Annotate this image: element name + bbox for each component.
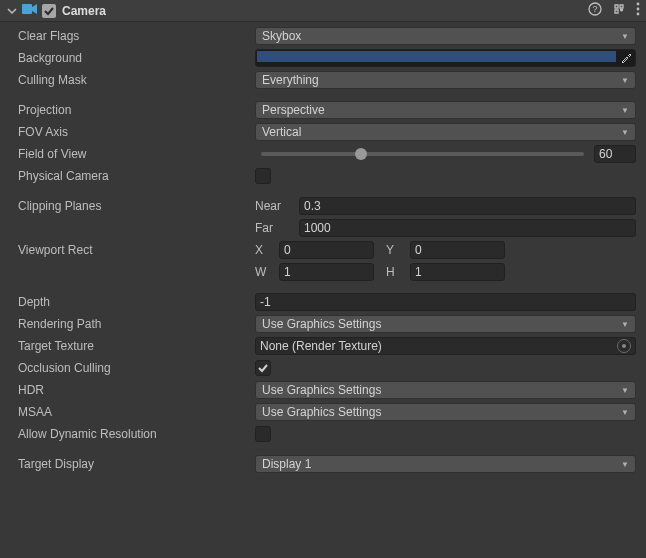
rendering-path-label: Rendering Path <box>10 317 255 331</box>
w-label: W <box>255 265 275 279</box>
chevron-down-icon: ▼ <box>621 76 629 85</box>
dropdown-value: Use Graphics Settings <box>262 383 621 397</box>
object-value: None (Render Texture) <box>260 339 617 353</box>
fov-value-field[interactable]: 60 <box>594 145 636 163</box>
fov-label: Field of View <box>10 147 255 161</box>
fov-axis-dropdown[interactable]: Vertical ▼ <box>255 123 636 141</box>
chevron-down-icon: ▼ <box>621 320 629 329</box>
x-field[interactable]: 0 <box>279 241 374 259</box>
dropdown-value: Vertical <box>262 125 621 139</box>
chevron-down-icon <box>7 6 17 16</box>
background-label: Background <box>10 51 255 65</box>
y-field[interactable]: 0 <box>410 241 505 259</box>
svg-point-4 <box>637 8 640 11</box>
object-picker-icon[interactable] <box>617 339 631 353</box>
chevron-down-icon: ▼ <box>621 386 629 395</box>
target-texture-label: Target Texture <box>10 339 255 353</box>
msaa-label: MSAA <box>10 405 255 419</box>
eyedropper-icon[interactable] <box>617 50 635 66</box>
enabled-checkbox[interactable] <box>42 4 56 18</box>
rendering-path-dropdown[interactable]: Use Graphics Settings ▼ <box>255 315 636 333</box>
culling-mask-dropdown[interactable]: Everything ▼ <box>255 71 636 89</box>
depth-field[interactable]: -1 <box>255 293 636 311</box>
allow-dynamic-resolution-label: Allow Dynamic Resolution <box>10 427 255 441</box>
chevron-down-icon: ▼ <box>621 460 629 469</box>
h-label: H <box>386 265 406 279</box>
color-swatch <box>257 51 616 62</box>
chevron-down-icon: ▼ <box>621 128 629 137</box>
clear-flags-label: Clear Flags <box>10 29 255 43</box>
w-field[interactable]: 1 <box>279 263 374 281</box>
menu-icon[interactable] <box>636 2 640 19</box>
far-label: Far <box>255 221 295 235</box>
svg-point-3 <box>637 3 640 6</box>
fov-slider[interactable] <box>261 152 584 156</box>
svg-text:?: ? <box>592 4 597 14</box>
svg-point-5 <box>637 13 640 16</box>
component-title: Camera <box>62 4 588 18</box>
checkmark-icon <box>43 5 55 17</box>
fov-axis-label: FOV Axis <box>10 125 255 139</box>
target-texture-field[interactable]: None (Render Texture) <box>255 337 636 355</box>
hdr-dropdown[interactable]: Use Graphics Settings ▼ <box>255 381 636 399</box>
foldout-toggle[interactable] <box>6 5 18 17</box>
svg-rect-0 <box>22 4 32 14</box>
background-color-field[interactable] <box>255 49 636 67</box>
dropdown-value: Use Graphics Settings <box>262 317 621 331</box>
clear-flags-dropdown[interactable]: Skybox ▼ <box>255 27 636 45</box>
presets-icon[interactable] <box>612 2 626 19</box>
chevron-down-icon: ▼ <box>621 408 629 417</box>
chevron-down-icon: ▼ <box>621 32 629 41</box>
physical-camera-label: Physical Camera <box>10 169 255 183</box>
dropdown-value: Perspective <box>262 103 621 117</box>
camera-icon <box>22 3 38 18</box>
checkmark-icon <box>257 362 269 374</box>
target-display-label: Target Display <box>10 457 255 471</box>
physical-camera-checkbox[interactable] <box>255 168 271 184</box>
target-display-dropdown[interactable]: Display 1 ▼ <box>255 455 636 473</box>
x-label: X <box>255 243 275 257</box>
clipping-planes-label: Clipping Planes <box>10 199 255 213</box>
near-label: Near <box>255 199 295 213</box>
help-icon[interactable]: ? <box>588 2 602 19</box>
dropdown-value: Use Graphics Settings <box>262 405 621 419</box>
h-field[interactable]: 1 <box>410 263 505 281</box>
culling-mask-label: Culling Mask <box>10 73 255 87</box>
component-header: Camera ? <box>0 0 646 22</box>
dropdown-value: Everything <box>262 73 621 87</box>
allow-dynamic-resolution-checkbox[interactable] <box>255 426 271 442</box>
depth-label: Depth <box>10 295 255 309</box>
far-field[interactable]: 1000 <box>299 219 636 237</box>
slider-thumb[interactable] <box>355 148 367 160</box>
hdr-label: HDR <box>10 383 255 397</box>
near-field[interactable]: 0.3 <box>299 197 636 215</box>
y-label: Y <box>386 243 406 257</box>
dropdown-value: Display 1 <box>262 457 621 471</box>
projection-dropdown[interactable]: Perspective ▼ <box>255 101 636 119</box>
chevron-down-icon: ▼ <box>621 106 629 115</box>
dropdown-value: Skybox <box>262 29 621 43</box>
occlusion-culling-checkbox[interactable] <box>255 360 271 376</box>
occlusion-culling-label: Occlusion Culling <box>10 361 255 375</box>
msaa-dropdown[interactable]: Use Graphics Settings ▼ <box>255 403 636 421</box>
projection-label: Projection <box>10 103 255 117</box>
viewport-rect-label: Viewport Rect <box>10 243 255 257</box>
